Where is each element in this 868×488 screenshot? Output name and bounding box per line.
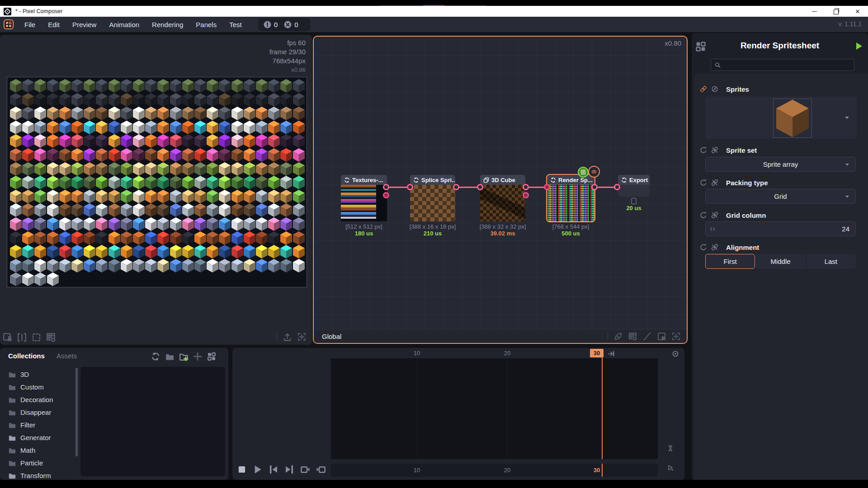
folder-item-filter[interactable]: Filter — [3, 418, 73, 431]
app-menu-logo-icon[interactable] — [4, 19, 14, 29]
graph-context-breadcrumb[interactable]: Global — [322, 333, 341, 340]
play-button[interactable] — [253, 465, 263, 474]
node-port[interactable] — [383, 184, 389, 190]
reset-icon[interactable] — [700, 179, 707, 186]
folder-item-custom[interactable]: Custom — [3, 380, 73, 393]
connection-curve-icon[interactable] — [643, 332, 651, 341]
loop-anchor-icon[interactable] — [672, 350, 679, 357]
spritesheet-preview-canvas[interactable] — [7, 77, 307, 287]
node-graph-canvas[interactable]: x0.80 Textures-...[512 x 512 px]180 usSp… — [314, 37, 687, 343]
export-preview-icon[interactable] — [283, 333, 292, 341]
junction-icon[interactable] — [711, 85, 718, 93]
minimize-button[interactable] — [807, 6, 822, 17]
notification-counter-box[interactable]: 0 0 — [258, 18, 311, 31]
node-header[interactable]: 3D Cube — [480, 175, 525, 185]
link-icon[interactable] — [700, 85, 707, 93]
minimap-icon[interactable] — [657, 332, 666, 341]
node-port[interactable] — [544, 184, 550, 190]
folder-item-decoration[interactable]: Decoration — [3, 393, 73, 406]
graph-node-3d-cube[interactable]: 3D Cube — [480, 175, 525, 221]
inspector-search[interactable] — [711, 59, 854, 71]
selection-frame-icon[interactable] — [32, 333, 41, 342]
maximize-button[interactable] — [828, 6, 844, 17]
playhead[interactable] — [602, 357, 603, 459]
reset-icon[interactable] — [700, 244, 707, 251]
folder-item-math[interactable]: Math — [3, 444, 73, 456]
preview-visibility-icon[interactable] — [614, 332, 623, 341]
alignment-last-button[interactable]: Last — [806, 254, 856, 269]
previous-keyframe-button[interactable] — [300, 465, 310, 474]
center-graph-icon[interactable] — [672, 332, 680, 341]
menu-item-file[interactable]: File — [18, 17, 42, 32]
tab-collections[interactable]: Collections — [8, 352, 45, 360]
sprite-set-dropdown[interactable]: Sprite array — [705, 157, 856, 172]
grid-column-input[interactable]: 24 — [705, 221, 856, 236]
refresh-icon[interactable] — [151, 352, 160, 361]
timeline-scrubber[interactable]: 102030 — [331, 464, 658, 477]
node-port[interactable] — [591, 184, 598, 190]
timeline-canvas[interactable] — [331, 358, 658, 459]
stop-button[interactable] — [237, 465, 247, 474]
menu-item-panels[interactable]: Panels — [189, 17, 223, 32]
graph-grid-settings-icon[interactable] — [628, 332, 637, 341]
current-frame-marker[interactable]: 30 — [590, 349, 604, 357]
menu-item-animation[interactable]: Animation — [103, 17, 146, 32]
unlink-icon[interactable] — [711, 179, 718, 186]
skip-to-start-button[interactable] — [269, 465, 278, 474]
reset-icon[interactable] — [700, 211, 707, 219]
alignment-first-button[interactable]: First — [705, 254, 755, 269]
node-port[interactable] — [407, 184, 413, 190]
folder-item-generator[interactable]: Generator — [3, 431, 73, 444]
timing-mode-icon[interactable] — [667, 445, 674, 451]
graph-node-render-sp-[interactable]: Render Sp... — [547, 175, 594, 221]
collections-scrollbar[interactable] — [75, 368, 78, 456]
next-keyframe-button[interactable] — [316, 465, 326, 474]
node-port[interactable] — [523, 192, 529, 198]
spritesheet-badge[interactable] — [578, 167, 589, 178]
sprites-preview-box[interactable] — [705, 97, 857, 139]
lock-frame-icon[interactable] — [3, 333, 12, 342]
node-header[interactable]: Render Sp... — [547, 175, 594, 185]
jump-to-end-icon[interactable] — [608, 350, 615, 357]
graph-node-textures-[interactable]: Textures-... — [341, 175, 387, 221]
tab-assets[interactable]: Assets — [57, 352, 77, 360]
node-port[interactable] — [453, 184, 459, 190]
unlink-icon[interactable] — [711, 146, 718, 154]
reset-icon[interactable] — [700, 146, 707, 154]
folder-item-3d[interactable]: 3D — [3, 368, 73, 380]
menu-item-rendering[interactable]: Rendering — [146, 17, 189, 32]
graph-node-splice-spri-[interactable]: Splice Spri... — [410, 175, 455, 221]
folder-item-particle[interactable]: Particle — [3, 456, 73, 469]
chevron-down-icon[interactable] — [844, 114, 850, 121]
add-icon[interactable] — [193, 352, 202, 361]
playback-settings-icon[interactable] — [667, 465, 674, 471]
close-button[interactable]: ✕ — [850, 6, 865, 17]
search-input[interactable] — [723, 61, 850, 69]
menu-item-test[interactable]: Test — [223, 17, 248, 32]
unlink-icon[interactable] — [711, 211, 718, 219]
view-grid-icon[interactable] — [207, 352, 216, 361]
split-view-icon[interactable] — [17, 333, 27, 342]
graph-node-export[interactable]: Export — [618, 175, 650, 197]
preview-eye-badge[interactable] — [588, 166, 600, 178]
grid-settings-icon[interactable] — [46, 333, 56, 342]
folder-item-transform[interactable]: Transform — [3, 469, 73, 480]
node-port[interactable] — [614, 184, 620, 190]
stepper-icon[interactable] — [709, 225, 716, 233]
menu-item-edit[interactable]: Edit — [42, 17, 66, 32]
node-port[interactable] — [477, 184, 483, 190]
alignment-middle-button[interactable]: Middle — [755, 254, 805, 269]
node-port[interactable] — [523, 184, 529, 190]
folder-icon[interactable] — [165, 352, 174, 361]
skip-to-end-button[interactable] — [284, 465, 294, 474]
run-node-icon[interactable] — [856, 42, 862, 50]
menu-item-preview[interactable]: Preview — [66, 17, 103, 32]
add-folder-icon[interactable] — [179, 352, 188, 361]
unlink-icon[interactable] — [711, 244, 718, 251]
node-header[interactable]: Export — [618, 175, 650, 185]
folder-item-disappear[interactable]: Disappear — [3, 406, 73, 418]
node-header[interactable]: Textures-... — [341, 175, 387, 185]
packing-type-dropdown[interactable]: Grid — [705, 189, 856, 204]
node-port[interactable] — [383, 192, 389, 198]
node-header[interactable]: Splice Spri... — [410, 175, 455, 185]
